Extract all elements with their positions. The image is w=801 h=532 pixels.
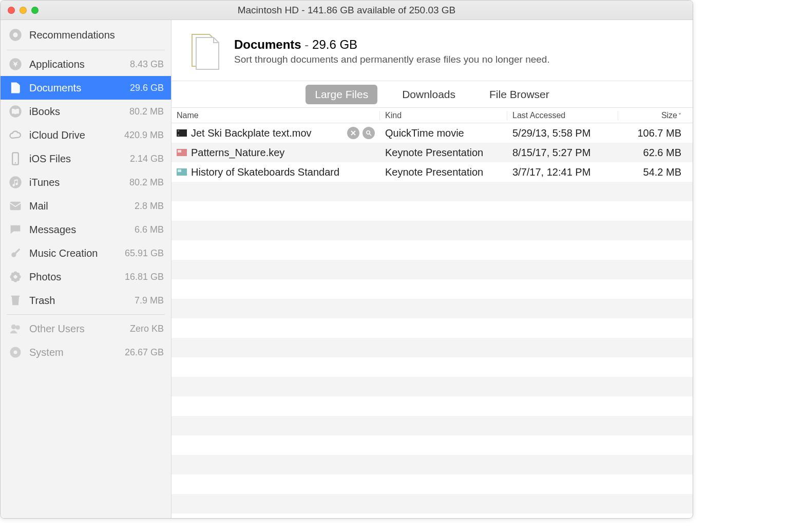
storage-management-window: Macintosh HD - 141.86 GB available of 25… <box>0 0 693 519</box>
messages-icon <box>8 222 23 237</box>
column-header-last-accessed[interactable]: Last Accessed <box>507 111 618 120</box>
sidebar-item-label: Recommendations <box>29 29 164 41</box>
sidebar-item-other-users[interactable]: Other Users Zero KB <box>1 317 171 340</box>
empty-row <box>171 279 693 299</box>
close-button[interactable] <box>8 7 15 14</box>
sidebar-item-trash[interactable]: Trash 7.9 MB <box>1 289 171 312</box>
svg-point-24 <box>367 131 370 134</box>
sidebar-item-photos[interactable]: Photos 16.81 GB <box>1 265 171 289</box>
svg-rect-22 <box>178 130 179 131</box>
sidebar-item-icloud-drive[interactable]: iCloud Drive 420.9 MB <box>1 123 171 147</box>
file-table: Name Kind Last Accessed Size˅ Jet Ski Ba… <box>171 108 693 518</box>
svg-point-15 <box>16 277 20 281</box>
sidebar-item-itunes[interactable]: iTunes 80.2 MB <box>1 170 171 194</box>
svg-point-6 <box>9 176 21 188</box>
sidebar-item-label: Music Creation <box>29 248 125 259</box>
svg-point-1 <box>13 32 17 37</box>
column-header-kind[interactable]: Kind <box>380 111 507 120</box>
sidebar-item-size: 7.9 MB <box>135 295 164 306</box>
svg-point-17 <box>11 325 16 329</box>
svg-point-12 <box>11 273 15 276</box>
window-title: Macintosh HD - 141.86 GB available of 25… <box>1 5 693 16</box>
sidebar-item-size: 16.81 GB <box>125 272 164 282</box>
zoom-button[interactable] <box>31 7 39 14</box>
minimize-button[interactable] <box>20 7 27 14</box>
empty-row <box>171 435 693 455</box>
file-size: 54.2 MB <box>618 166 693 178</box>
documents-large-icon <box>185 31 225 71</box>
row-actions <box>347 127 375 139</box>
svg-point-13 <box>16 273 20 276</box>
empty-row <box>171 396 693 416</box>
sidebar: Recommendations Applications 8.43 GB Doc… <box>1 20 171 518</box>
sidebar-item-size: 80.2 MB <box>129 177 164 188</box>
svg-rect-16 <box>11 296 20 297</box>
titlebar[interactable]: Macintosh HD - 141.86 GB available of 25… <box>1 1 693 20</box>
documents-icon <box>8 80 23 96</box>
file-name: History of Skateboards Standard <box>191 166 380 178</box>
table-row[interactable]: Patterns_Nature.key Keynote Presentation… <box>171 143 693 162</box>
detail-title: Documents - 29.6 GB <box>234 37 550 52</box>
sidebar-item-label: iCloud Drive <box>29 129 124 141</box>
file-name: Patterns_Nature.key <box>191 147 380 159</box>
sidebar-item-ios-files[interactable]: iOS Files 2.14 GB <box>1 147 171 170</box>
sidebar-item-recommendations[interactable]: Recommendations <box>1 22 171 48</box>
tab-file-browser[interactable]: File Browser <box>480 85 559 104</box>
sidebar-item-size: 8.43 GB <box>130 59 164 70</box>
detail-title-name: Documents <box>234 37 301 51</box>
empty-row <box>171 240 693 260</box>
table-row[interactable]: History of Skateboards Standard Keynote … <box>171 162 693 182</box>
svg-rect-7 <box>10 202 21 210</box>
sidebar-item-messages[interactable]: Messages 6.6 MB <box>1 218 171 241</box>
trash-icon <box>8 293 23 308</box>
file-last-accessed: 3/7/17, 12:41 PM <box>507 166 618 178</box>
sidebar-item-size: 26.67 GB <box>125 347 164 358</box>
detail-title-size: 29.6 GB <box>312 37 357 51</box>
table-header: Name Kind Last Accessed Size˅ <box>171 108 693 123</box>
main-panel: Documents - 29.6 GB Sort through documen… <box>171 20 693 518</box>
sidebar-item-label: Documents <box>29 82 130 94</box>
column-header-name[interactable]: Name <box>171 111 380 120</box>
sidebar-item-music-creation[interactable]: Music Creation 65.91 GB <box>1 241 171 265</box>
empty-row <box>171 182 693 201</box>
svg-rect-23 <box>178 135 179 136</box>
tab-large-files[interactable]: Large Files <box>306 85 377 104</box>
photos-icon <box>8 269 23 284</box>
sidebar-item-label: Other Users <box>29 323 130 335</box>
empty-row <box>171 201 693 221</box>
file-last-accessed: 5/29/13, 5:58 PM <box>507 127 618 139</box>
file-kind: QuickTime movie <box>380 127 507 139</box>
sidebar-item-documents[interactable]: Documents 29.6 GB <box>1 76 171 100</box>
mail-icon <box>8 198 23 214</box>
svg-point-14 <box>11 277 15 281</box>
empty-row <box>171 260 693 279</box>
tab-downloads[interactable]: Downloads <box>393 85 465 104</box>
sidebar-item-label: iTunes <box>29 177 129 188</box>
ibooks-icon <box>8 104 23 119</box>
empty-row <box>171 494 693 514</box>
cloud-icon <box>8 127 23 143</box>
empty-row <box>171 338 693 357</box>
column-header-size[interactable]: Size˅ <box>618 111 693 120</box>
delete-file-button[interactable] <box>347 127 359 139</box>
empty-row <box>171 474 693 494</box>
sidebar-item-size: Zero KB <box>130 324 164 334</box>
sidebar-item-size: 29.6 GB <box>130 83 164 93</box>
sidebar-item-applications[interactable]: Applications 8.43 GB <box>1 52 171 76</box>
sidebar-item-label: Messages <box>29 224 135 236</box>
file-kind: Keynote Presentation <box>380 166 507 178</box>
table-row[interactable]: Jet Ski Backplate text.mov QuickTime mo <box>171 123 693 143</box>
window-controls <box>8 7 39 14</box>
svg-point-20 <box>14 351 17 354</box>
users-icon <box>8 321 23 336</box>
table-body[interactable]: Jet Ski Backplate text.mov QuickTime mo <box>171 123 693 518</box>
sidebar-item-mail[interactable]: Mail 2.8 MB <box>1 194 171 218</box>
music-note-icon <box>8 175 23 190</box>
sidebar-item-ibooks[interactable]: iBooks 80.2 MB <box>1 100 171 123</box>
sidebar-item-size: 2.14 GB <box>130 154 164 164</box>
file-kind: Keynote Presentation <box>380 147 507 159</box>
sidebar-item-label: System <box>29 347 125 358</box>
sidebar-item-label: Mail <box>29 200 135 212</box>
sidebar-item-system[interactable]: System 26.67 GB <box>1 340 171 364</box>
reveal-file-button[interactable] <box>363 127 375 139</box>
